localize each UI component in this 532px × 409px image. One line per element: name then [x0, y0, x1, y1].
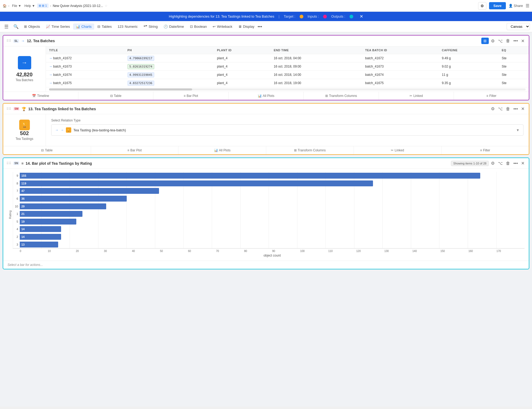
- tab-13-linked[interactable]: ✂ Linked: [354, 146, 442, 154]
- bar-row[interactable]: 9 155: [13, 173, 525, 179]
- hamburger-button[interactable]: ☰: [2, 23, 11, 31]
- cell-end-time: 16 oct. 2018, 04:00: [271, 54, 362, 62]
- panel-13-summary: 🏆 502 Tea Tastings: [3, 114, 46, 146]
- scroll-bar[interactable]: [49, 88, 526, 91]
- bar-fill: 47: [20, 188, 159, 194]
- nav-item-datetime[interactable]: 🕐 Date/time: [161, 23, 187, 30]
- nav-item-string[interactable]: ❝❞ String: [141, 23, 160, 30]
- breadcrumb-sep2: ›: [50, 4, 51, 8]
- x-tick: 160: [469, 250, 497, 253]
- grid-view-button[interactable]: ⊞: [481, 38, 489, 44]
- panel-13-close[interactable]: ✕: [520, 106, 526, 112]
- nav-item-boolean[interactable]: ⊡ Boolean: [187, 23, 210, 30]
- panel-13-more[interactable]: •••: [512, 106, 519, 112]
- panel-14-tree[interactable]: ⌥: [497, 160, 504, 166]
- bar-row[interactable]: 1 21: [13, 211, 525, 217]
- tab-timeline[interactable]: 📅 Timeline: [3, 92, 78, 100]
- bar-label: 10: [13, 205, 18, 208]
- tab-13-all-plots[interactable]: 📊 All Plots: [178, 146, 266, 154]
- panel-12-close[interactable]: ✕: [520, 38, 526, 44]
- tab-13-filter[interactable]: ≡ Filter: [442, 146, 529, 154]
- cell-title: → batch_41675: [46, 79, 124, 87]
- tab-bar-plot[interactable]: ≡ Bar Plot: [153, 92, 229, 100]
- panel-12-title: 12. Tea Batches: [27, 39, 479, 43]
- save-button[interactable]: Save: [489, 2, 506, 9]
- bar-row[interactable]: 2 14: [13, 234, 525, 240]
- nav-item-writeback[interactable]: ↩ Writeback: [210, 23, 235, 30]
- cell-end-time: 16 oct. 2018, 09:00: [271, 62, 362, 71]
- home-icon[interactable]: 🏠: [3, 4, 7, 8]
- panel-12-tree[interactable]: ⌥: [497, 38, 504, 44]
- x-tick: 120: [356, 250, 384, 253]
- panel-12-gear[interactable]: ⚙: [490, 38, 496, 44]
- bar-row[interactable]: 5 19: [13, 219, 525, 225]
- tab-linked[interactable]: ✂ Linked: [379, 92, 454, 100]
- relation-select[interactable]: → → 🏆 Tea Tasting (tea-tasting-tea-batch…: [51, 124, 523, 136]
- nav-item-time-series[interactable]: 📈 Time Series: [43, 23, 73, 30]
- panel-14-badge: SN: [13, 162, 19, 165]
- tab-filter[interactable]: ≡ Filter: [454, 92, 529, 100]
- bar-row[interactable]: 10 29: [13, 203, 525, 209]
- tab-table[interactable]: ⊟ Table: [78, 92, 154, 100]
- tab-transform[interactable]: ⊞ Transform Columns: [304, 92, 379, 100]
- panel-14-gear[interactable]: ⚙: [490, 160, 496, 166]
- tab-13-table[interactable]: ⊟ Table: [3, 146, 91, 154]
- panel-12-summary: → 42,820 Tea Batches: [3, 46, 46, 92]
- canvas-select[interactable]: Canvas: [507, 23, 530, 30]
- analysis-title: New Quiver Analysis (2021-10-12...: [53, 4, 103, 8]
- x-tick: 20: [76, 250, 104, 253]
- gear-button[interactable]: ⚙: [478, 2, 486, 10]
- nav-item-display[interactable]: 🖥 Display: [236, 23, 257, 30]
- nav-item-tables[interactable]: ⊟ Tables: [95, 23, 114, 30]
- search-button[interactable]: 🔍: [11, 23, 21, 30]
- chart-container: Rating 9 155 8 119 7: [7, 172, 525, 257]
- panel-14-close[interactable]: ✕: [520, 160, 526, 166]
- bar-fill: 36: [20, 196, 127, 202]
- panel-14-more[interactable]: •••: [512, 160, 519, 166]
- cell-end-time: 16 oct. 2018, 19:00: [271, 79, 362, 87]
- bar-row[interactable]: 8 119: [13, 180, 525, 186]
- panel-13-gear[interactable]: ⚙: [490, 106, 496, 112]
- share-button[interactable]: 👤 Share: [509, 4, 523, 8]
- bar-row[interactable]: 3 13: [13, 242, 525, 247]
- drag-handle-13[interactable]: ⠿⠿: [6, 107, 11, 111]
- panel-13-tree[interactable]: ⌥: [497, 106, 504, 112]
- panel-12-more[interactable]: •••: [512, 38, 519, 44]
- x-tick: 40: [132, 250, 160, 253]
- datetime-label: Date/time: [169, 25, 184, 29]
- tab-13-transform[interactable]: ⊞ Transform Columns: [266, 146, 354, 154]
- bar-fill: 29: [20, 203, 106, 209]
- tab-all-plots[interactable]: 📊 All Plots: [229, 92, 304, 100]
- banner-separator: |: [279, 14, 279, 18]
- file-button[interactable]: File ▼: [11, 3, 22, 8]
- nav-item-objects[interactable]: ⊞ Objects: [21, 23, 43, 30]
- tab-13-bar-plot[interactable]: ≡ Bar Plot: [91, 146, 179, 154]
- panel-13-trash[interactable]: 🗑: [505, 106, 511, 112]
- drag-handle-14[interactable]: ⠿⠿: [6, 162, 11, 165]
- panel-14-trash[interactable]: 🗑: [505, 160, 511, 166]
- panel-12-label: Tea Batches: [15, 78, 33, 82]
- nav-item-numeric[interactable]: 123 Numeric: [115, 23, 140, 30]
- help-button[interactable]: Help ▼: [23, 3, 36, 8]
- x-tick: 100: [300, 250, 328, 253]
- bar-track: 21: [20, 211, 525, 217]
- bar-row[interactable]: 4 14: [13, 226, 525, 232]
- instance-badge[interactable]: ⊞ ⊞ 1: [37, 3, 48, 8]
- cell-batch-id: batch_41673: [362, 62, 439, 71]
- panel-12-summary-icon: →: [18, 56, 31, 69]
- more-button[interactable]: •••: [257, 24, 262, 29]
- drag-handle-12[interactable]: ⠿⠿: [6, 39, 11, 43]
- nav-item-charts[interactable]: 📊 Charts: [73, 23, 94, 30]
- col-plant-id: PLANT ID: [214, 46, 271, 54]
- row-arrow-icon: →: [49, 73, 52, 77]
- bar-row[interactable]: 6 36: [13, 196, 525, 202]
- panel-14-header: ⠿⠿ SN ≡ 14. Bar plot of Tea Tastings by …: [3, 158, 529, 169]
- banner-close-button[interactable]: ✕: [360, 14, 363, 19]
- panel-12-count: 42,820: [16, 72, 33, 78]
- bar-row[interactable]: 7 47: [13, 188, 525, 194]
- panel-12-trash[interactable]: 🗑: [505, 38, 511, 44]
- star-icon[interactable]: ☆: [105, 4, 108, 8]
- bar-track: 36: [20, 196, 525, 202]
- panel-13-header: ⠿⠿ SM 🏆 13. Tea Tastings linked to Tea B…: [3, 104, 529, 114]
- menu-button[interactable]: ☰: [526, 3, 529, 8]
